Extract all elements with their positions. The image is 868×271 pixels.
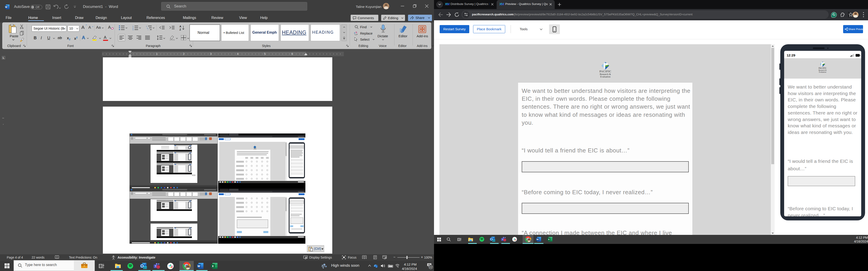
svg-text:X: X xyxy=(212,265,214,268)
svg-text:Z: Z xyxy=(180,28,181,31)
svg-text:W: W xyxy=(197,265,200,268)
svg-text:b: b xyxy=(356,31,357,34)
svg-text:i: i xyxy=(148,29,148,30)
svg-text:a: a xyxy=(354,32,355,34)
svg-text:A: A xyxy=(180,25,181,28)
svg-text:T: T xyxy=(502,238,503,240)
svg-text:X: X xyxy=(548,238,550,240)
svg-text:Research &: Research & xyxy=(600,73,611,75)
svg-text:NEW: NEW xyxy=(143,267,147,269)
svg-text:NEW: NEW xyxy=(492,240,495,241)
svg-text:1: 1 xyxy=(146,26,147,27)
svg-text:Evaluation: Evaluation xyxy=(819,71,827,73)
svg-text:T: T xyxy=(155,265,156,268)
svg-text:PACIFIC: PACIFIC xyxy=(818,67,827,69)
svg-text:PACIFIC: PACIFIC xyxy=(599,70,612,73)
svg-text:a: a xyxy=(147,27,148,29)
svg-text:W: W xyxy=(5,6,7,8)
svg-text:W: W xyxy=(536,238,538,240)
svg-text:3: 3 xyxy=(132,29,133,30)
svg-text:Evaluation: Evaluation xyxy=(600,75,611,78)
